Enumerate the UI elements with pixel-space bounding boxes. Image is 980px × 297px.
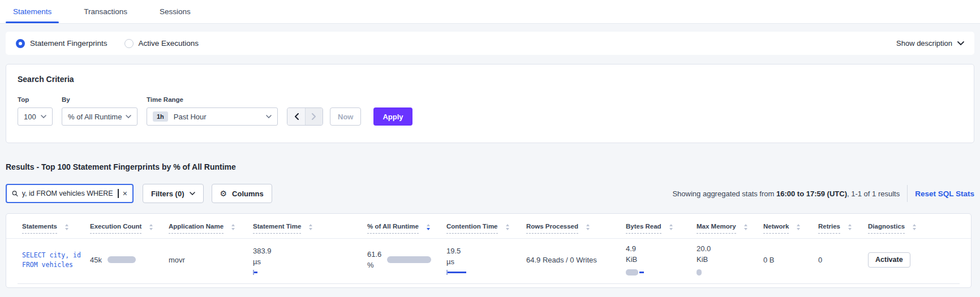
sort-icon <box>913 224 916 230</box>
results-heading: Results - Top 100 Statement Fingerprints… <box>6 162 980 171</box>
sort-icon <box>506 224 509 230</box>
arrow-left-icon <box>294 113 299 120</box>
radio-selected-icon <box>16 39 25 48</box>
tab-statements[interactable]: Statements <box>13 0 51 23</box>
view-toggle-card: Statement Fingerprints Active Executions… <box>6 32 974 55</box>
by-field: By % of All Runtime <box>62 96 137 126</box>
radio-label: Statement Fingerprints <box>30 39 108 48</box>
tab-sessions[interactable]: Sessions <box>160 0 191 23</box>
search-icon <box>12 190 18 197</box>
filters-button[interactable]: Filters (0) <box>143 184 204 203</box>
radio-statement-fingerprints[interactable]: Statement Fingerprints <box>16 39 108 48</box>
time-range-select[interactable]: 1h Past Hour <box>147 107 278 126</box>
show-description-label: Show description <box>896 39 952 48</box>
retries-cell: 0 <box>818 256 822 264</box>
sort-icon <box>149 224 153 230</box>
column-header-retries[interactable]: Retries <box>818 223 868 234</box>
next-time-range-button[interactable] <box>305 108 323 125</box>
activate-diagnostics-button[interactable]: Activate <box>868 252 910 268</box>
chevron-down-icon <box>126 115 131 118</box>
radio-label: Active Executions <box>139 39 199 48</box>
sort-icon <box>744 224 747 230</box>
execution-count-cell: 45k <box>90 256 169 264</box>
statement-link[interactable]: SELECT city, id FROM vehicles <box>22 251 90 269</box>
time-range-badge: 1h <box>153 111 168 122</box>
by-label: By <box>62 96 137 103</box>
reset-sql-stats-link[interactable]: Reset SQL Stats <box>915 190 974 198</box>
top-select-value: 100 <box>24 113 36 121</box>
apply-button[interactable]: Apply <box>373 107 412 126</box>
time-range-value: Past Hour <box>174 113 207 121</box>
sort-icon <box>848 224 852 230</box>
sort-icon <box>65 224 68 230</box>
search-criteria-title: Search Criteria <box>18 75 962 84</box>
search-input-value: y, id FROM vehicles WHERE city = $1 <box>22 190 114 197</box>
search-criteria-card: Search Criteria Top 100 By % of All Runt… <box>6 64 974 143</box>
now-button[interactable]: Now <box>330 107 361 126</box>
column-header-rows-processed[interactable]: Rows Processed <box>526 223 626 234</box>
bytes-read-cell: 4.9 KiB <box>626 244 697 276</box>
top-select[interactable]: 100 <box>18 107 53 126</box>
table-row: SELECT city, id FROM vehicles 45k movr 3… <box>6 239 971 280</box>
application-name-cell: movr <box>169 256 185 264</box>
stats-summary: Showing aggregated stats from 16:00 to 1… <box>672 190 900 198</box>
radio-unselected-icon <box>124 39 134 48</box>
columns-button-label: Columns <box>232 190 264 198</box>
tab-bar: Statements Transactions Sessions <box>0 0 980 24</box>
by-select[interactable]: % of All Runtime <box>62 107 137 126</box>
tab-transactions[interactable]: Transactions <box>84 0 127 23</box>
results-toolbar: y, id FROM vehicles WHERE city = $1 × Fi… <box>6 184 974 203</box>
sort-icon <box>231 224 235 230</box>
arrow-right-icon <box>312 113 316 120</box>
previous-time-range-button[interactable] <box>287 108 305 125</box>
pct-runtime-cell: 61.6 % <box>367 250 446 270</box>
contention-time-cell: 19.5 µs <box>446 247 526 274</box>
chevron-down-icon <box>957 41 964 45</box>
chevron-down-icon <box>190 192 195 195</box>
bytes-read-marker <box>639 272 644 273</box>
vertical-divider <box>907 185 908 202</box>
contention-time-bar <box>446 272 466 273</box>
stats-time-range: 16:00 to 17:59 (UTC) <box>776 190 847 198</box>
sort-icon <box>669 224 673 230</box>
network-cell: 0 B <box>763 256 775 264</box>
max-memory-bar <box>697 269 702 276</box>
column-header-max-memory[interactable]: Max Memory <box>697 223 763 234</box>
max-memory-cell: 20.0 KiB <box>697 244 763 276</box>
columns-button[interactable]: ⚙ Columns <box>212 184 272 203</box>
clear-search-icon[interactable]: × <box>123 190 127 197</box>
radio-active-executions[interactable]: Active Executions <box>124 39 199 48</box>
execution-count-bar <box>108 256 136 263</box>
time-range-nav <box>287 107 323 126</box>
text-cursor <box>118 189 119 198</box>
column-header-statement-time[interactable]: Statement Time <box>253 223 367 234</box>
time-range-field: Time Range 1h Past Hour <box>147 96 278 126</box>
search-input[interactable]: y, id FROM vehicles WHERE city = $1 × <box>6 184 134 203</box>
row-divider <box>18 283 960 284</box>
column-header-bytes-read[interactable]: Bytes Read <box>626 223 697 234</box>
time-range-label: Time Range <box>147 96 278 103</box>
show-description-toggle[interactable]: Show description <box>896 39 964 48</box>
statement-time-cell: 383.9 µs <box>253 247 367 274</box>
sort-icon <box>797 224 800 230</box>
sort-icon <box>586 224 590 230</box>
column-header-execution-count[interactable]: Execution Count <box>90 223 169 234</box>
pct-runtime-bar <box>387 256 431 263</box>
filters-button-label: Filters (0) <box>151 190 184 198</box>
by-select-value: % of All Runtime <box>68 113 122 121</box>
gear-icon: ⚙ <box>220 190 227 197</box>
stats-prefix: Showing aggregated stats from <box>672 190 776 198</box>
top-label: Top <box>18 96 53 103</box>
column-header-diagnostics[interactable]: Diagnostics <box>868 223 953 234</box>
column-header-contention-time[interactable]: Contention Time <box>446 223 526 234</box>
column-header-pct-all-runtime[interactable]: % of All Runtime <box>367 223 446 234</box>
column-header-application-name[interactable]: Application Name <box>169 223 253 234</box>
table-header-row: Statements Execution Count Application N… <box>6 223 971 234</box>
column-header-network[interactable]: Network <box>763 223 818 234</box>
rows-processed-cell: 64.9 Reads / 0 Writes <box>526 256 597 264</box>
column-header-statements[interactable]: Statements <box>22 223 90 234</box>
chevron-down-icon <box>41 115 46 118</box>
chevron-down-icon <box>266 115 272 118</box>
bytes-read-bar <box>626 269 638 276</box>
statement-time-bar <box>253 272 257 273</box>
